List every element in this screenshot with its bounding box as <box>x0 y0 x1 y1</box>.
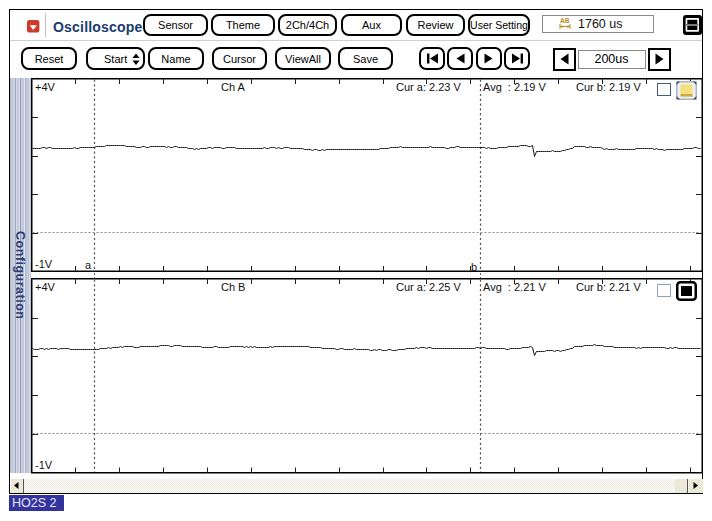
svg-text:AB: AB <box>560 17 570 24</box>
